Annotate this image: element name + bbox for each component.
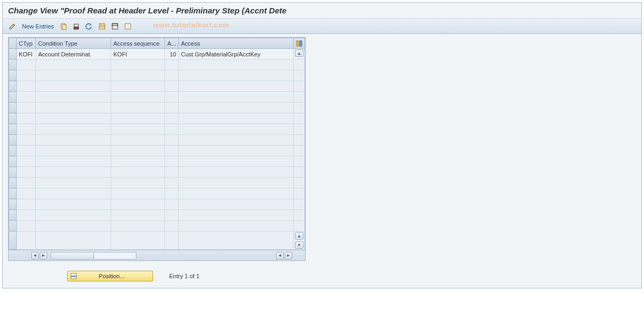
cell-ctyp[interactable] [17, 113, 36, 124]
vscroll-track[interactable] [294, 221, 305, 232]
vscroll-track[interactable] [294, 92, 305, 103]
cell-ctyp[interactable]: KOFI [17, 49, 36, 60]
delete-icon[interactable] [71, 21, 82, 32]
cell-access[interactable] [179, 189, 294, 199]
cell-access[interactable] [179, 232, 294, 250]
hscroll-right-icon[interactable]: ► [40, 252, 47, 259]
cell-condition-type[interactable] [36, 70, 111, 81]
deselect-all-icon[interactable] [122, 21, 133, 32]
cell-condition-type[interactable] [36, 221, 111, 232]
cell-ctyp[interactable] [17, 199, 36, 210]
cell-condition-type[interactable] [36, 146, 111, 156]
cell-access[interactable] [179, 103, 294, 113]
vscroll-track[interactable] [294, 113, 305, 124]
cell-access[interactable] [179, 221, 294, 232]
cell-condition-type[interactable] [36, 135, 111, 146]
position-button[interactable]: Position... [67, 271, 153, 281]
cell-condition-type[interactable] [36, 199, 111, 210]
cell-condition-type[interactable] [36, 232, 111, 250]
cell-access[interactable] [179, 167, 294, 178]
cell-access-sequence[interactable] [111, 210, 165, 221]
cell-ctyp[interactable] [17, 167, 36, 178]
vertical-scrollbar[interactable]: ▲ [294, 49, 305, 60]
vscroll-track[interactable] [294, 81, 305, 92]
vscroll-track[interactable] [294, 210, 305, 221]
cell-ctyp[interactable] [17, 60, 36, 70]
cell-access-sequence[interactable] [111, 81, 165, 92]
cell-access[interactable] [179, 178, 294, 189]
col-header-a[interactable]: A... [165, 38, 179, 49]
row-selector[interactable] [9, 221, 17, 232]
cell-a[interactable] [165, 81, 179, 92]
cell-condition-type[interactable] [36, 103, 111, 113]
cell-a[interactable] [165, 189, 179, 199]
cell-access[interactable] [179, 113, 294, 124]
cell-access-sequence[interactable] [111, 113, 165, 124]
vscroll-track[interactable] [294, 199, 305, 210]
hscroll-track[interactable] [50, 252, 136, 259]
cell-a[interactable] [165, 178, 179, 189]
row-selector[interactable] [9, 189, 17, 199]
col-header-condition-type[interactable]: Condition Type [36, 38, 111, 49]
cell-access-sequence[interactable] [111, 156, 165, 167]
vscroll-track[interactable] [294, 167, 305, 178]
cell-ctyp[interactable] [17, 189, 36, 199]
cell-ctyp[interactable] [17, 221, 36, 232]
cell-access[interactable] [179, 81, 294, 92]
cell-access-sequence[interactable] [111, 124, 165, 135]
cell-condition-type[interactable] [36, 210, 111, 221]
cell-condition-type[interactable] [36, 81, 111, 92]
new-entries-button[interactable]: New Entries [20, 22, 56, 31]
cell-access[interactable] [179, 60, 294, 70]
cell-ctyp[interactable] [17, 70, 36, 81]
row-selector[interactable] [9, 124, 17, 135]
configure-columns-icon[interactable] [294, 38, 305, 49]
row-selector[interactable] [9, 167, 17, 178]
cell-access[interactable]: Cust.Grp/MaterialGrp/AcctKey [179, 49, 294, 60]
hscroll-right2-icon[interactable]: ► [285, 252, 292, 259]
cell-ctyp[interactable] [17, 156, 36, 167]
cell-a[interactable] [165, 156, 179, 167]
cell-condition-type[interactable] [36, 156, 111, 167]
hscroll-thumb[interactable] [51, 252, 94, 259]
col-header-access[interactable]: Access [179, 38, 294, 49]
vscroll-track[interactable] [294, 178, 305, 189]
cell-ctyp[interactable] [17, 103, 36, 113]
cell-access-sequence[interactable] [111, 167, 165, 178]
hscroll-left2-icon[interactable]: ◄ [276, 252, 284, 259]
cell-a[interactable] [165, 135, 179, 146]
cell-access[interactable] [179, 124, 294, 135]
cell-access[interactable] [179, 135, 294, 146]
cell-access-sequence[interactable] [111, 221, 165, 232]
vscroll-track[interactable] [294, 103, 305, 113]
row-selector[interactable] [9, 81, 17, 92]
row-selector[interactable] [9, 232, 17, 250]
toggle-edit-icon[interactable] [7, 21, 18, 32]
row-selector-header[interactable] [9, 38, 17, 49]
row-selector[interactable] [9, 146, 17, 156]
col-header-access-sequence[interactable]: Access sequence [111, 38, 165, 49]
cell-access-sequence[interactable] [111, 60, 165, 70]
vscroll-track[interactable] [294, 124, 305, 135]
cell-a[interactable] [165, 232, 179, 250]
row-selector[interactable] [9, 135, 17, 146]
vscroll-track[interactable] [294, 146, 305, 156]
cell-a[interactable] [165, 70, 179, 81]
row-selector[interactable] [9, 103, 17, 113]
select-block-icon[interactable] [110, 21, 120, 32]
hscroll-left-icon[interactable]: ◄ [31, 252, 39, 259]
cell-ctyp[interactable] [17, 92, 36, 103]
cell-access-sequence[interactable] [111, 146, 165, 156]
vscroll-track[interactable] [294, 70, 305, 81]
cell-access[interactable] [179, 199, 294, 210]
row-selector[interactable] [9, 92, 17, 103]
cell-ctyp[interactable] [17, 232, 36, 250]
cell-access[interactable] [179, 156, 294, 167]
row-selector[interactable] [9, 156, 17, 167]
cell-access[interactable] [179, 210, 294, 221]
vscroll-track[interactable] [294, 60, 305, 70]
cell-a[interactable] [165, 210, 179, 221]
vscroll-track[interactable] [294, 135, 305, 146]
vscroll-down-icon[interactable]: ▼ [295, 241, 303, 249]
col-header-ctyp[interactable]: CTyp [17, 38, 36, 49]
